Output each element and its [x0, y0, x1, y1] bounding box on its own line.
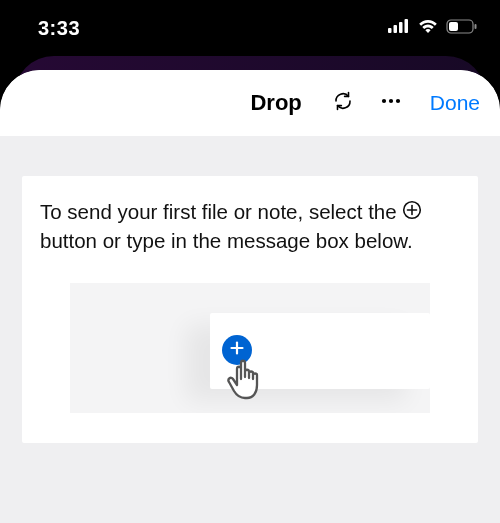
navbar: Drop — [0, 70, 500, 136]
pointer-hand-icon — [224, 355, 268, 411]
svg-point-7 — [382, 99, 386, 103]
svg-rect-5 — [449, 22, 458, 31]
svg-point-9 — [396, 99, 400, 103]
battery-icon — [446, 19, 478, 38]
instruction-post: button or type in the message box below. — [40, 229, 413, 252]
status-bar: 3:33 — [0, 0, 500, 56]
done-button[interactable]: Done — [430, 91, 480, 115]
status-time: 3:33 — [38, 17, 80, 40]
more-button[interactable] — [376, 88, 406, 118]
svg-rect-1 — [394, 25, 398, 33]
status-icons — [388, 19, 478, 38]
svg-rect-2 — [399, 22, 403, 33]
onboarding-illustration — [70, 283, 430, 413]
plus-circle-icon — [402, 199, 422, 227]
wifi-icon — [417, 19, 439, 38]
instruction-text: To send your first file or note, select … — [40, 198, 460, 255]
cellular-icon — [388, 19, 410, 37]
sync-icon — [331, 89, 355, 117]
ellipsis-icon — [379, 89, 403, 117]
svg-point-8 — [389, 99, 393, 103]
svg-rect-6 — [475, 24, 477, 29]
onboarding-card: To send your first file or note, select … — [22, 176, 478, 443]
svg-rect-0 — [388, 28, 392, 33]
modal-sheet: Drop — [0, 70, 500, 523]
page-title: Drop — [250, 90, 301, 116]
svg-rect-3 — [405, 19, 409, 33]
instruction-pre: To send your first file or note, select … — [40, 200, 402, 223]
sync-button[interactable] — [328, 88, 358, 118]
